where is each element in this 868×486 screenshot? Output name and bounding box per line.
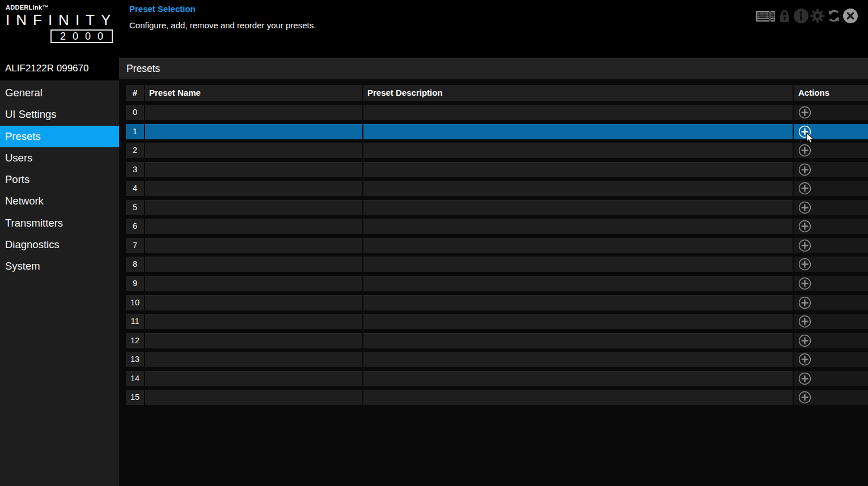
- preset-actions-cell: [794, 105, 868, 120]
- preset-table-row[interactable]: 6: [119, 219, 868, 234]
- sidebar-item-label: UI Settings: [5, 108, 57, 120]
- preset-actions-cell: [794, 257, 868, 272]
- keyboard-icon[interactable]: [755, 7, 776, 24]
- main-content: Presets # Preset Name Preset Description…: [119, 57, 868, 486]
- preset-actions-cell: [794, 276, 868, 291]
- preset-table-row[interactable]: 10: [119, 295, 868, 310]
- preset-table-row[interactable]: 12: [119, 333, 868, 348]
- add-plus-icon[interactable]: [798, 125, 811, 138]
- preset-actions-cell: [794, 352, 868, 367]
- column-header-preset-description: Preset Description: [363, 85, 793, 101]
- add-plus-icon[interactable]: [798, 296, 811, 309]
- preset-table-row[interactable]: 3: [119, 162, 868, 177]
- preset-actions-cell: [794, 219, 868, 234]
- preset-actions-cell: [794, 143, 868, 158]
- preset-number-cell: 7: [126, 238, 144, 253]
- add-plus-icon[interactable]: [798, 220, 811, 233]
- add-plus-icon[interactable]: [798, 315, 811, 328]
- settings-gear-icon[interactable]: [810, 7, 825, 24]
- close-icon[interactable]: [842, 7, 858, 24]
- preset-table-row[interactable]: 14: [119, 371, 868, 386]
- sidebar-item-label: Presets: [5, 130, 41, 142]
- top-header: ADDERLink™ INFINITY 2000 Preset Selectio…: [0, 0, 868, 57]
- add-plus-icon[interactable]: [798, 201, 811, 214]
- preset-description-cell: [363, 162, 793, 177]
- preset-actions-cell: [794, 295, 868, 310]
- preset-table-row[interactable]: 2: [119, 143, 868, 158]
- preset-actions-cell: [794, 181, 868, 196]
- sidebar-item-label: Transmitters: [5, 217, 63, 229]
- info-icon[interactable]: [793, 7, 809, 24]
- page-subtitle: Configure, add, remove and reorder your …: [129, 20, 316, 30]
- add-plus-icon[interactable]: [798, 391, 811, 404]
- preset-name-cell: [145, 162, 362, 177]
- section-title: Presets: [119, 58, 868, 79]
- preset-name-cell: [145, 105, 362, 120]
- preset-description-cell: [363, 200, 793, 215]
- preset-description-cell: [363, 276, 793, 291]
- add-plus-icon[interactable]: [798, 277, 811, 290]
- preset-actions-cell: [794, 200, 868, 215]
- preset-description-cell: [363, 238, 793, 253]
- sidebar-item-diagnostics[interactable]: Diagnostics: [0, 234, 119, 255]
- preset-table-row[interactable]: 8: [119, 257, 868, 272]
- sidebar-item-general[interactable]: General: [0, 82, 119, 104]
- preset-name-cell: [145, 352, 362, 367]
- preset-table-row[interactable]: 4: [119, 181, 868, 196]
- sidebar-item-transmitters[interactable]: Transmitters: [0, 212, 119, 234]
- preset-table-row[interactable]: 7: [119, 238, 868, 253]
- preset-number-cell: 8: [126, 257, 144, 272]
- preset-description-cell: [363, 105, 793, 120]
- add-plus-icon[interactable]: [798, 106, 811, 119]
- sidebar-item-presets[interactable]: Presets: [0, 126, 119, 147]
- preset-number-cell: 11: [126, 314, 144, 329]
- preset-table-row[interactable]: 5: [119, 200, 868, 215]
- preset-number-cell: 15: [126, 390, 144, 405]
- preset-name-cell: [145, 314, 362, 329]
- preset-number-cell: 0: [126, 105, 144, 120]
- preset-actions-cell: [794, 314, 868, 329]
- sidebar-item-users[interactable]: Users: [0, 147, 119, 169]
- preset-name-cell: [145, 181, 362, 196]
- preset-actions-cell: [794, 371, 868, 386]
- preset-number-cell: 10: [126, 295, 144, 310]
- sidebar-item-ports[interactable]: Ports: [0, 169, 119, 190]
- preset-number-cell: 5: [126, 200, 144, 215]
- sidebar-item-label: Ports: [5, 173, 29, 185]
- sidebar-item-system[interactable]: System: [0, 255, 119, 277]
- add-plus-icon[interactable]: [798, 372, 811, 385]
- page-title: Preset Selection: [129, 4, 196, 14]
- preset-number-cell: 13: [126, 352, 144, 367]
- preset-number-cell: 12: [126, 333, 144, 348]
- refresh-icon[interactable]: [826, 7, 842, 24]
- lock-icon[interactable]: [777, 7, 793, 24]
- preset-table-row[interactable]: 11: [119, 314, 868, 329]
- preset-table-row[interactable]: 13: [119, 352, 868, 367]
- preset-number-cell: 4: [126, 181, 144, 196]
- add-plus-icon[interactable]: [798, 182, 811, 195]
- adderlink-infinity-logo: ADDERLink™ INFINITY 2000: [6, 4, 119, 43]
- preset-table-row[interactable]: 9: [119, 276, 868, 291]
- sidebar-item-label: System: [5, 260, 40, 272]
- add-plus-icon[interactable]: [798, 258, 811, 271]
- preset-table-row[interactable]: 1: [119, 124, 868, 139]
- toolbar: [755, 7, 858, 24]
- sidebar: ALIF2122R 099670 General UI Settings Pre…: [0, 57, 119, 486]
- preset-description-cell: [363, 371, 793, 386]
- preset-table-row[interactable]: 15: [119, 390, 868, 405]
- add-plus-icon[interactable]: [798, 163, 811, 176]
- preset-name-cell: [145, 143, 362, 158]
- preset-name-cell: [145, 276, 362, 291]
- sidebar-item-label: General: [5, 87, 43, 99]
- preset-name-cell: [145, 257, 362, 272]
- preset-actions-cell: [794, 238, 868, 253]
- add-plus-icon[interactable]: [798, 334, 811, 347]
- add-plus-icon[interactable]: [798, 353, 811, 366]
- add-plus-icon[interactable]: [798, 239, 811, 252]
- sidebar-item-ui-settings[interactable]: UI Settings: [0, 104, 119, 125]
- sidebar-item-network[interactable]: Network: [0, 190, 119, 212]
- preset-table-row[interactable]: 0: [119, 105, 868, 120]
- sidebar-item-label: Diagnostics: [5, 238, 60, 250]
- add-plus-icon[interactable]: [798, 144, 811, 157]
- preset-actions-cell: [794, 162, 868, 177]
